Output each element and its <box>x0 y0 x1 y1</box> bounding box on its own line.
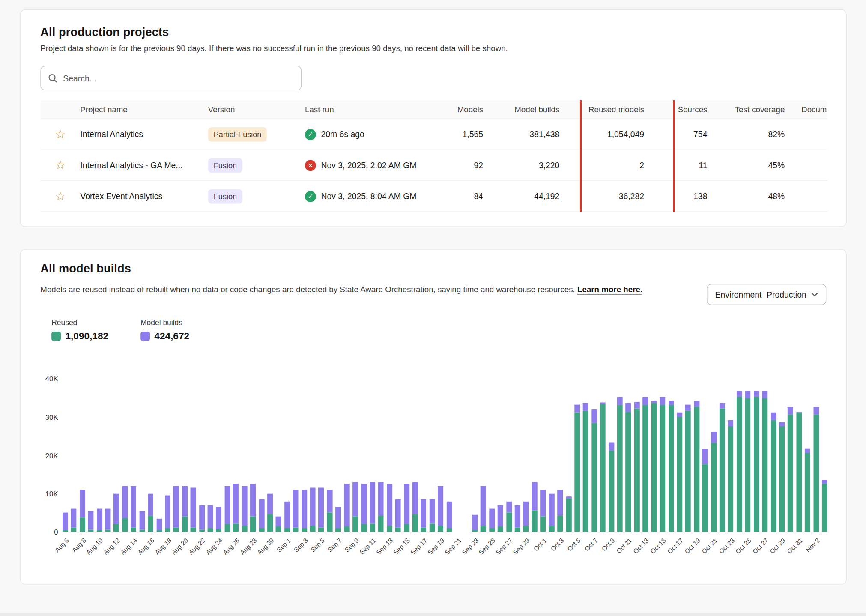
stacked-bar[interactable] <box>788 407 793 532</box>
stacked-bar[interactable] <box>489 509 495 532</box>
stacked-bar[interactable] <box>156 519 162 532</box>
stacked-bar[interactable] <box>293 490 299 532</box>
project-link[interactable]: Internal Analytics <box>80 129 143 139</box>
stacked-bar[interactable] <box>430 499 435 532</box>
stacked-bar[interactable] <box>370 482 375 532</box>
stacked-bar[interactable] <box>139 511 145 532</box>
learn-more-link[interactable]: Learn more here. <box>577 285 642 294</box>
stacked-bar[interactable] <box>335 507 341 532</box>
stacked-bar[interactable] <box>549 493 554 532</box>
stacked-bar[interactable] <box>71 509 77 532</box>
stacked-bar[interactable] <box>626 403 631 532</box>
stacked-bar[interactable] <box>591 409 597 532</box>
builds-card-title: All model builds <box>40 262 131 275</box>
stacked-bar[interactable] <box>745 391 751 532</box>
stacked-bar[interactable] <box>114 493 119 532</box>
project-search[interactable] <box>40 66 302 90</box>
search-input[interactable] <box>63 73 294 83</box>
stacked-bar[interactable] <box>634 402 640 532</box>
stacked-bar[interactable] <box>224 486 230 532</box>
stacked-bar[interactable] <box>182 486 188 532</box>
stacked-bar[interactable] <box>387 484 392 532</box>
stacked-bar[interactable] <box>822 480 827 532</box>
stacked-bar[interactable] <box>302 490 307 532</box>
stacked-bar[interactable] <box>532 482 538 532</box>
stacked-bar[interactable] <box>361 484 367 532</box>
stacked-bar[interactable] <box>600 402 606 532</box>
stacked-bar[interactable] <box>267 493 273 532</box>
stacked-bar[interactable] <box>711 431 717 532</box>
stacked-bar[interactable] <box>395 499 401 532</box>
favorite-star-icon[interactable]: ☆ <box>55 159 66 171</box>
stacked-bar[interactable] <box>216 507 222 532</box>
stacked-bar[interactable] <box>310 488 316 532</box>
stacked-bar[interactable] <box>173 486 179 532</box>
stacked-bar[interactable] <box>438 486 443 532</box>
stacked-bar[interactable] <box>63 513 68 532</box>
stacked-bar[interactable] <box>284 501 290 532</box>
stacked-bar[interactable] <box>481 486 486 532</box>
favorite-star-icon[interactable]: ☆ <box>55 190 66 202</box>
stacked-bar[interactable] <box>651 401 657 532</box>
stacked-bar[interactable] <box>421 499 427 532</box>
stacked-bar[interactable] <box>583 403 588 532</box>
stacked-bar[interactable] <box>498 505 503 532</box>
stacked-bar[interactable] <box>88 511 94 532</box>
stacked-bar[interactable] <box>617 397 623 532</box>
stacked-bar[interactable] <box>643 397 648 532</box>
stacked-bar[interactable] <box>506 501 512 532</box>
favorite-star-icon[interactable]: ☆ <box>55 128 66 140</box>
stacked-bar[interactable] <box>609 442 614 532</box>
stacked-bar[interactable] <box>250 484 256 532</box>
stacked-bar[interactable] <box>762 391 767 532</box>
stacked-bar[interactable] <box>702 449 708 532</box>
stacked-bar[interactable] <box>541 490 546 532</box>
stacked-bar[interactable] <box>523 501 529 532</box>
x-tick-label: Oct 31 <box>786 537 804 555</box>
stacked-bar[interactable] <box>191 488 196 532</box>
stacked-bar[interactable] <box>352 482 358 532</box>
stacked-bar[interactable] <box>805 449 810 532</box>
stacked-bar[interactable] <box>208 505 213 532</box>
stacked-bar[interactable] <box>574 405 580 532</box>
stacked-bar[interactable] <box>796 412 802 532</box>
stacked-bar[interactable] <box>694 401 699 532</box>
project-link[interactable]: Vortex Event Analytics <box>80 191 162 201</box>
stacked-bar[interactable] <box>233 484 239 532</box>
stacked-bar[interactable] <box>728 420 734 532</box>
stacked-bar[interactable] <box>131 486 136 532</box>
stacked-bar[interactable] <box>779 422 785 532</box>
stacked-bar[interactable] <box>566 497 571 532</box>
stacked-bar[interactable] <box>344 484 349 532</box>
stacked-bar[interactable] <box>80 490 85 532</box>
stacked-bar[interactable] <box>404 484 409 532</box>
stacked-bar[interactable] <box>660 397 665 532</box>
stacked-bar[interactable] <box>148 493 153 532</box>
stacked-bar[interactable] <box>754 391 759 532</box>
stacked-bar[interactable] <box>276 517 281 532</box>
stacked-bar[interactable] <box>97 509 102 532</box>
stacked-bar[interactable] <box>813 407 819 532</box>
stacked-bar[interactable] <box>242 486 247 532</box>
stacked-bar[interactable] <box>319 488 324 532</box>
stacked-bar[interactable] <box>105 509 111 532</box>
stacked-bar[interactable] <box>446 501 452 532</box>
stacked-bar[interactable] <box>327 490 333 532</box>
stacked-bar[interactable] <box>472 515 478 532</box>
project-link[interactable]: Internal Analytics - GA Me... <box>80 161 182 170</box>
stacked-bar[interactable] <box>677 413 682 532</box>
stacked-bar[interactable] <box>737 391 742 532</box>
stacked-bar[interactable] <box>720 403 725 532</box>
stacked-bar[interactable] <box>122 486 128 532</box>
stacked-bar[interactable] <box>165 496 170 532</box>
stacked-bar[interactable] <box>668 401 674 532</box>
stacked-bar[interactable] <box>412 482 418 532</box>
stacked-bar[interactable] <box>199 505 205 532</box>
stacked-bar[interactable] <box>515 505 520 532</box>
stacked-bar[interactable] <box>685 405 691 532</box>
stacked-bar[interactable] <box>557 490 563 532</box>
stacked-bar[interactable] <box>770 413 776 532</box>
environment-dropdown[interactable]: Environment Production <box>707 284 826 305</box>
stacked-bar[interactable] <box>378 482 384 532</box>
stacked-bar[interactable] <box>259 499 264 532</box>
